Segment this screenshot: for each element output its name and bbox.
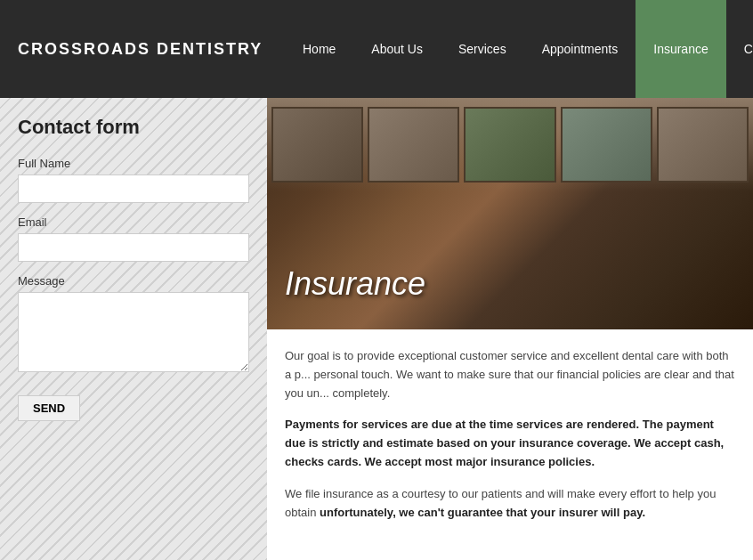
full-name-input[interactable] — [18, 174, 249, 203]
nav-insurance[interactable]: Insurance — [636, 0, 725, 98]
form-title: Contact form — [18, 116, 249, 139]
nav-services[interactable]: Services — [441, 0, 524, 98]
gallery-thumb-5 — [657, 107, 749, 183]
gallery-thumb-3 — [464, 107, 555, 183]
send-button[interactable]: SEND — [18, 395, 80, 421]
nav: Home About Us Services Appointments Insu… — [285, 0, 753, 98]
text-section: Our goal is to provide exceptional custo… — [267, 329, 753, 540]
filing-bold: unfortunately, we can't guarantee that y… — [320, 506, 645, 519]
nav-contact[interactable]: Co — [726, 0, 753, 98]
gallery-thumb-1 — [271, 107, 363, 183]
nav-appointments[interactable]: Appointments — [524, 0, 636, 98]
email-group: Email — [18, 215, 249, 262]
bold-paragraph: Payments for services are due at the tim… — [285, 416, 735, 471]
gallery-strip — [267, 98, 753, 191]
nav-about[interactable]: About Us — [353, 0, 441, 98]
email-input[interactable] — [18, 233, 249, 262]
content-area: Insurance Our goal is to provide excepti… — [267, 98, 753, 560]
full-name-label: Full Name — [18, 157, 249, 170]
gallery-thumb-4 — [561, 107, 652, 183]
intro-paragraph: Our goal is to provide exceptional custo… — [285, 347, 735, 402]
message-group: Message — [18, 274, 249, 376]
header: CROSSROADS DENTISTRY Home About Us Servi… — [0, 0, 753, 98]
message-textarea[interactable] — [18, 292, 249, 372]
hero-title: Insurance — [285, 265, 425, 303]
filing-paragraph: We file insurance as a courtesy to our p… — [285, 485, 735, 523]
sidebar: Contact form Full Name Email Message SEN… — [0, 98, 267, 560]
main-layout: Contact form Full Name Email Message SEN… — [0, 98, 753, 560]
logo-area: CROSSROADS DENTISTRY — [18, 40, 285, 59]
full-name-group: Full Name — [18, 157, 249, 203]
message-label: Message — [18, 274, 249, 288]
hero-section: Insurance — [267, 98, 753, 329]
email-label: Email — [18, 215, 249, 229]
gallery-thumb-2 — [368, 107, 459, 183]
nav-home[interactable]: Home — [285, 0, 353, 98]
logo: CROSSROADS DENTISTRY — [18, 40, 263, 58]
